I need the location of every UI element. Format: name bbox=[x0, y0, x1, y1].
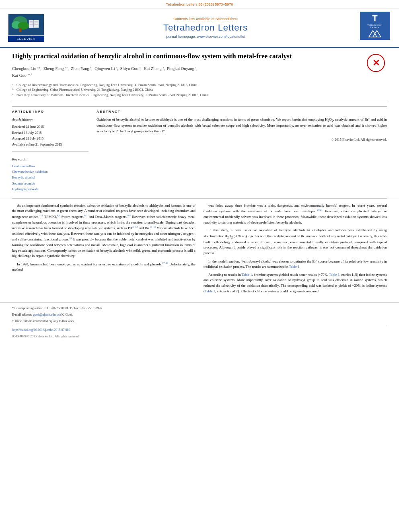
footer-doi: http://dx.doi.org/10.1016/j.tetlet.2015.… bbox=[12, 328, 387, 333]
affil-text-b: College of Engineering, China Pharmaceut… bbox=[16, 87, 153, 92]
crossmark-symbol: ✕ bbox=[372, 59, 380, 68]
svg-rect-4 bbox=[19, 28, 21, 32]
affil-marker-c: c bbox=[12, 92, 15, 97]
journal-citation-bar: Tetrahedron Letters 56 (2015) 5973–5976 bbox=[0, 0, 399, 8]
table-ref-1: Table 1 bbox=[289, 265, 299, 269]
journal-title: Tetrahedron Letters bbox=[56, 23, 355, 33]
tetrahedron-logo-inner: T TetrahedronLetters bbox=[360, 12, 390, 40]
affiliations-section: a College of Biotechnology and Pharmaceu… bbox=[12, 82, 387, 102]
article-info-col: ARTICLE INFO Article history: Received 2… bbox=[12, 110, 88, 192]
elsevier-label: ELSEVIER bbox=[8, 36, 44, 42]
affil-text-a: College of Biotechnology and Pharmaceuti… bbox=[16, 82, 197, 88]
body-left-col: As an important fundamental synthetic re… bbox=[12, 203, 195, 297]
svg-marker-14 bbox=[369, 31, 377, 37]
sciencedirect-line: Contents lists available at ScienceDirec… bbox=[56, 17, 355, 21]
author-chengkou: Chengkou Liu a,†, bbox=[12, 66, 42, 71]
journal-header: ELSEVIER Contents lists available at Sci… bbox=[0, 8, 399, 48]
affil-a: a College of Biotechnology and Pharmaceu… bbox=[12, 82, 387, 88]
elsevier-logo-area: ELSEVIER bbox=[8, 14, 56, 42]
body-para-5: In the model reaction, 4-nitrobenzyl alc… bbox=[204, 259, 387, 270]
journal-homepage: journal homepage: www.elsevier.com/locat… bbox=[56, 35, 355, 39]
crossmark-badge: ✕ bbox=[365, 52, 387, 74]
body-para-1: As an important fundamental synthetic re… bbox=[12, 203, 195, 259]
keywords-label: Keywords: bbox=[12, 156, 88, 162]
author-pingkai: Pingkai Ouyang a, bbox=[167, 66, 197, 71]
received-date: Received 24 June 2015 bbox=[12, 124, 88, 129]
affil-marker-b: b bbox=[12, 87, 15, 92]
history-label: Article history: bbox=[12, 117, 88, 122]
kw-3: Benzylic alcohol bbox=[12, 175, 88, 180]
affil-marker-a: a bbox=[12, 82, 15, 87]
available-date: Available online 21 September 2015 bbox=[12, 142, 88, 147]
keywords-block: Keywords: Continuous-flow Chemoselective… bbox=[12, 156, 88, 192]
title-area: Highly practical oxidation of benzylic a… bbox=[12, 52, 387, 61]
footer-email: E-mail address: guok@njtech.edu.cn (K. G… bbox=[12, 312, 387, 318]
author-zhao: Zhao Yang b, bbox=[71, 66, 93, 71]
accepted-date: Accepted 22 July 2015 bbox=[12, 136, 88, 141]
body-para-6: According to results in Table 1, bromine… bbox=[204, 272, 387, 294]
affil-b: b College of Engineering, China Pharmace… bbox=[12, 87, 387, 92]
footer-contributed: † These authors contributed equally to t… bbox=[12, 319, 387, 324]
author-kai-guo: Kai Guo a,c,* bbox=[12, 73, 32, 78]
page-footer: * Corresponding author. Tel.: +86 255813… bbox=[0, 302, 399, 341]
kw-4: Sodium bromide bbox=[12, 181, 88, 186]
kw-1: Continuous-flow bbox=[12, 163, 88, 169]
revised-date: Revised 16 July 2015 bbox=[12, 130, 88, 136]
kw-2: Chemoselective oxidation bbox=[12, 169, 88, 175]
svg-marker-15 bbox=[373, 31, 381, 37]
author-qingwen: Qingwen Li a, bbox=[95, 66, 119, 71]
journal-name-area: Contents lists available at ScienceDirec… bbox=[56, 17, 355, 39]
body-section: As an important fundamental synthetic re… bbox=[0, 199, 399, 303]
article-history-block: Article history: Received 24 June 2015 R… bbox=[12, 117, 88, 152]
table-ref-4: Table 1 bbox=[205, 289, 215, 293]
abstract-title: ABSTRACT bbox=[97, 110, 387, 113]
kw-5: Hydrogen peroxide bbox=[12, 186, 88, 192]
tetrahedron-logo-area: T TetrahedronLetters bbox=[355, 12, 391, 44]
tetrahedron-text: TetrahedronLetters bbox=[367, 24, 383, 29]
main-content: Highly practical oxidation of benzylic a… bbox=[0, 48, 399, 198]
tetrahedron-logo: T TetrahedronLetters bbox=[359, 12, 391, 44]
elsevier-image bbox=[8, 14, 44, 36]
author-zheng: Zheng Fang a,†, bbox=[43, 66, 70, 71]
footer-corresponding: * Corresponding author. Tel.: +86 255813… bbox=[12, 306, 387, 311]
article-title: Highly practical oxidation of benzylic a… bbox=[12, 52, 387, 61]
affil-text-c: State Key Laboratory of Materials-Orient… bbox=[16, 92, 208, 98]
authors-line: Chengkou Liu a,†, Zheng Fang a,†, Zhao Y… bbox=[12, 66, 387, 79]
journal-citation: Tetrahedron Letters 56 (2015) 5973–5976 bbox=[166, 2, 233, 6]
body-right-col: was faded away, since bromine was a toxi… bbox=[204, 203, 387, 297]
copyright-text: © 2015 Elsevier Ltd. All rights reserved… bbox=[97, 138, 387, 142]
table-ref-3: Table 1 bbox=[329, 273, 339, 277]
abstract-col: ABSTRACT Oxidation of benzylic alcohol t… bbox=[97, 110, 387, 192]
affil-c: c State Key Laboratory of Materials-Orie… bbox=[12, 92, 387, 98]
svg-rect-6 bbox=[29, 20, 34, 28]
body-para-2: In 1920, bromine had been employed as an… bbox=[12, 261, 195, 273]
author-shiyu: Shiyu Guo a, bbox=[120, 66, 143, 71]
author-kai-zhang: Kai Zhang a, bbox=[144, 66, 166, 71]
elsevier-svg bbox=[8, 14, 44, 36]
body-two-col: As an important fundamental synthetic re… bbox=[12, 203, 387, 297]
footer-issn: 0040-4039/© 2015 Elsevier Ltd. All right… bbox=[12, 334, 387, 339]
tetrahedron-t: T bbox=[372, 14, 377, 23]
abstract-text: Oxidation of benzylic alcohol to ketone … bbox=[97, 117, 387, 134]
tetrahedron-triangles bbox=[367, 30, 383, 38]
info-abstract-section: ARTICLE INFO Article history: Received 2… bbox=[12, 106, 387, 192]
crossmark-circle: ✕ bbox=[367, 54, 385, 72]
body-para-3: was faded away, since bromine was a toxi… bbox=[204, 203, 387, 225]
article-info-title: ARTICLE INFO bbox=[12, 110, 88, 113]
table-ref-2: Table 1 bbox=[242, 273, 252, 277]
body-para-4: In this study, a novel selective oxidati… bbox=[204, 228, 387, 256]
